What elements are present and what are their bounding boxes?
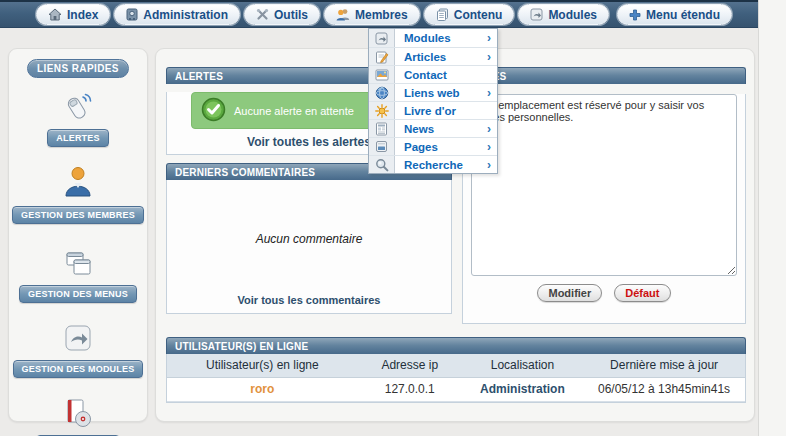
no-comments-message: Aucun commentaire [167,232,451,246]
news-icon [369,120,395,137]
nav-button-modules[interactable]: Modules [518,4,609,25]
submenu-arrow-icon: › [487,87,497,99]
modify-button[interactable]: Modifier [537,284,602,302]
nav-button-label: Menu étendu [646,8,720,22]
modules-dropdown-menu: Modules › Articles › Contact Liens web ›… [368,28,498,174]
nav-button-menu-etendu[interactable]: Menu étendu [617,4,732,25]
table-row: roro 127.0.0.1 Administration 06/05/12 à… [167,377,745,401]
nav-button-membres[interactable]: Membres [324,4,420,25]
menu-item-pages[interactable]: Pages › [369,137,497,155]
alert-status-text: Aucune alerte en attente [234,105,354,117]
sidebar-button-gestion-menus[interactable]: GESTION DES MENUS [19,285,137,303]
articles-icon [369,48,395,65]
menu-item-contact[interactable]: Contact [369,65,497,83]
tools-icon [256,8,269,21]
notes-panel-body: Cet emplacement est réservé pour y saisi… [462,94,746,324]
default-button[interactable]: Défaut [614,284,670,302]
home-icon [48,8,62,21]
table-header-row: Utilisateur(s) en ligne Adresse ip Local… [167,354,745,377]
nav-button-contenu[interactable]: Contenu [424,4,515,25]
nav-button-label: Index [67,8,98,22]
notes-panel-header: NOTES [462,67,746,84]
member-icon[interactable] [61,165,95,203]
sidebar-button-alertes[interactable]: ALERTES [47,129,108,147]
nav-button-label: Membres [355,8,408,22]
comments-panel-body: Aucun commentaire Voir tous les commenta… [166,180,452,314]
submenu-arrow-icon: › [487,51,497,63]
nav-button-label: Administration [143,8,228,22]
update-disc-icon[interactable] [62,398,94,432]
menu-item-label: Modules [395,32,487,44]
notes-buttons-row: Modifier Défaut [463,284,745,302]
sidebar-entry-gestion-modules: GESTION DES MODULES [9,323,147,378]
menu-item-news[interactable]: News › [369,119,497,137]
view-all-comments-link[interactable]: Voir tous les commentaires [167,291,451,311]
members-icon [336,8,350,21]
column-header-last-update: Dernière mise à jour [583,354,745,377]
sidebar-entry-gestion-membres: GESTION DES MEMBRES [9,165,147,224]
menu-item-modules[interactable]: Modules › [369,29,497,47]
contact-icon [369,66,395,83]
menu-item-label: Pages [395,141,487,153]
comments-panel: DERNIERS COMMENTAIRES Aucun commentaire … [166,163,452,314]
submenu-arrow-icon: › [487,141,497,153]
nav-button-outils[interactable]: Outils [244,4,320,25]
menu-item-articles[interactable]: Articles › [369,47,497,65]
safe-icon [126,8,138,21]
submenu-arrow-icon: › [487,159,497,171]
menu-item-recherche[interactable]: Recherche › [369,155,497,173]
alert-pager-icon[interactable] [60,90,96,126]
sidebar-button-gestion-membres[interactable]: GESTION DES MEMBRES [12,206,144,224]
menu-item-label: News [395,123,487,135]
module-icon [369,29,395,47]
sidebar-entry-gestion-menus: GESTION DES MENUS [9,250,147,303]
content-icon [436,8,449,21]
pages-icon [369,138,395,155]
nav-button-index[interactable]: Index [36,4,110,25]
sidebar-entry-alertes: ALERTES [9,90,147,147]
menu-item-liens-web[interactable]: Liens web › [369,83,497,101]
nav-button-label: Modules [548,8,597,22]
column-header-location: Localisation [462,354,583,377]
menu-item-label: Articles [395,51,487,63]
sidebar-entry-mises-a-jour: MISES À JOUR [9,398,147,436]
web-links-icon [369,84,395,101]
online-users-panel: UTILISATEUR(S) EN LIGNE Utilisateur(s) e… [166,337,746,403]
notes-textarea[interactable]: Cet emplacement est réservé pour y saisi… [471,94,737,276]
right-gutter [758,0,786,436]
notes-panel: NOTES Cet emplacement est réservé pour y… [462,67,746,324]
column-header-ip: Adresse ip [358,354,462,377]
menu-item-livre-dor[interactable]: Livre d'or [369,101,497,119]
module-arrow-icon[interactable] [63,323,93,357]
plus-icon [629,9,641,21]
check-circle-icon [201,97,226,124]
menu-item-label: Recherche [395,159,487,171]
cell-location: Administration [462,377,583,401]
online-users-panel-header: UTILISATEUR(S) EN LIGNE [166,337,746,354]
sidebar-button-gestion-modules[interactable]: GESTION DES MODULES [13,360,144,378]
top-navbar: Index Administration Outils Membres Cont… [0,0,758,28]
nav-button-label: Outils [274,8,308,22]
module-icon [530,8,543,21]
search-icon [369,156,395,173]
cell-last-update: 06/05/12 à 13h45min41s [583,377,745,401]
menu-item-label: Livre d'or [395,105,491,117]
menu-item-label: Liens web [395,87,487,99]
submenu-arrow-icon: › [487,32,497,44]
guestbook-icon [369,102,395,119]
submenu-arrow-icon: › [487,123,497,135]
menu-item-label: Contact [395,69,491,81]
nav-button-administration[interactable]: Administration [114,4,240,25]
quick-links-sidebar: LIENS RAPIDES ALERTES GESTION DES MEMBRE… [8,48,148,422]
quick-links-title: LIENS RAPIDES [27,59,129,78]
windows-icon[interactable] [61,250,95,282]
online-users-table: Utilisateur(s) en ligne Adresse ip Local… [167,354,745,402]
nav-button-label: Contenu [454,8,503,22]
cell-ip: 127.0.0.1 [358,377,462,401]
column-header-user: Utilisateur(s) en ligne [167,354,358,377]
online-users-panel-body: Utilisateur(s) en ligne Adresse ip Local… [166,354,746,403]
cell-username[interactable]: roro [167,377,358,401]
